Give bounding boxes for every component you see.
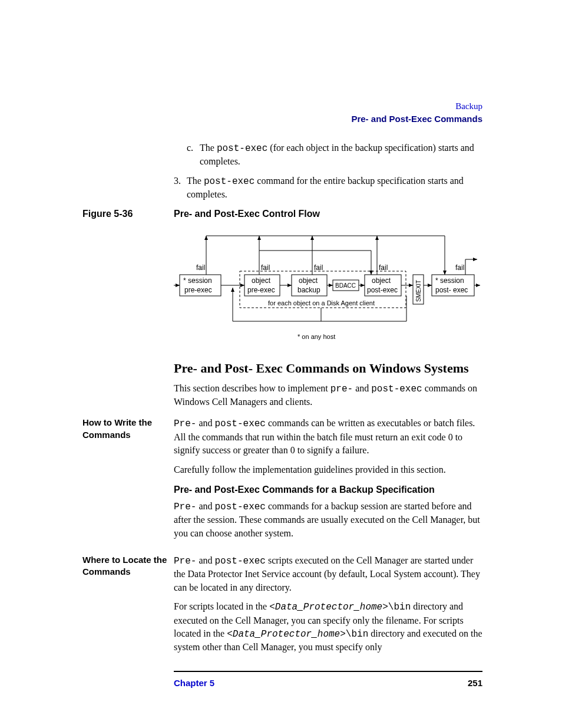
code-post-exec: post-exec — [204, 176, 254, 187]
code-post-exec: post-exec — [217, 143, 267, 154]
howto-row: How to Write the Commands Pre- and post-… — [82, 417, 482, 546]
svg-text:object: object — [299, 276, 318, 285]
svg-text:pre-exec: pre-exec — [247, 286, 275, 294]
header-section-link[interactable]: Backup — [351, 100, 482, 113]
svg-text:for each object on a Disk Agen: for each object on a Disk Agent client — [268, 299, 375, 307]
section-heading: Pre- and Post- Exec Commands on Windows … — [174, 361, 482, 376]
svg-text:SMEXIT: SMEXIT — [415, 279, 422, 301]
svg-text:backup: backup — [297, 286, 320, 294]
svg-text:fail: fail — [261, 263, 270, 272]
where-p2: For scripts located in the <Data_Protect… — [174, 600, 482, 654]
svg-text:* on any host: * on any host — [297, 333, 335, 340]
figure-heading-row: Figure 5-36 Pre- and Post-Exec Control F… — [82, 209, 482, 219]
svg-text:* session: * session — [183, 276, 212, 285]
sub-paragraph: Pre- and post-exec commands for a backup… — [174, 500, 482, 540]
svg-text:fail: fail — [314, 263, 323, 272]
list-item-c: c. The post-exec (for each object in the… — [187, 141, 482, 169]
page-footer: Chapter 5 251 — [174, 671, 482, 688]
where-label: Where to Locate the Commands — [82, 554, 174, 660]
svg-text:BDACC: BDACC — [335, 282, 356, 289]
header-subsection: Pre- and Post-Exec Commands — [351, 113, 482, 125]
footer-page-number: 251 — [468, 678, 482, 688]
svg-text:object: object — [252, 276, 271, 285]
svg-text:fail: fail — [455, 263, 464, 272]
where-row: Where to Locate the Commands Pre- and po… — [82, 554, 482, 660]
list-marker-c: c. — [187, 141, 193, 154]
text: The — [200, 143, 217, 153]
control-flow-diagram: fail fail fail fail fail * session pre-e… — [174, 224, 482, 350]
svg-text:fail: fail — [196, 263, 205, 272]
svg-text:post- exec: post- exec — [435, 286, 468, 294]
svg-text:pre-exec: pre-exec — [184, 286, 212, 294]
sub-heading: Pre- and Post-Exec Commands for a Backup… — [174, 485, 482, 495]
figure-label: Figure 5-36 — [82, 209, 174, 219]
svg-text:* session: * session — [435, 276, 464, 285]
footer-chapter-link[interactable]: Chapter 5 — [174, 678, 214, 688]
list-marker-3: 3. — [174, 174, 181, 187]
intro-paragraph: This section describes how to implement … — [174, 382, 482, 409]
where-p1: Pre- and post-exec scripts executed on t… — [174, 554, 482, 594]
svg-text:post-exec: post-exec — [367, 286, 398, 294]
svg-text:fail: fail — [379, 263, 388, 272]
svg-text:object: object — [372, 276, 391, 285]
figure-title: Pre- and Post-Exec Control Flow — [174, 209, 320, 219]
howto-p2: Carefully follow the implementation guid… — [174, 463, 482, 476]
list-item-3: 3. The post-exec command for the entire … — [174, 174, 482, 202]
text: The — [187, 176, 204, 186]
howto-p1: Pre- and post-exec commands can be writt… — [174, 417, 482, 457]
howto-label: How to Write the Commands — [82, 417, 174, 546]
page-header: Backup Pre- and Post-Exec Commands — [351, 100, 482, 125]
